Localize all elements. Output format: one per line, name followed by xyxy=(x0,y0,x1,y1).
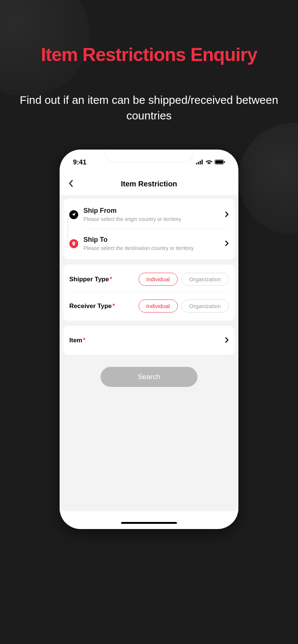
ship-from-placeholder: Please select the origin country or terr… xyxy=(83,216,225,222)
ship-from-icon xyxy=(69,210,78,219)
shipper-type-row: Shipper Type* Individual Organization xyxy=(69,266,229,293)
background-circle xyxy=(238,123,298,234)
promo-title: Item Restrictions Enquiry xyxy=(0,0,298,65)
ship-to-icon xyxy=(69,239,78,248)
ship-from-label: Ship From xyxy=(83,207,225,215)
ship-card: Ship From Please select the origin count… xyxy=(63,199,235,259)
type-card: Shipper Type* Individual Organization Re… xyxy=(63,265,235,321)
svg-rect-6 xyxy=(224,161,225,163)
svg-rect-5 xyxy=(215,160,223,164)
ship-to-placeholder: Please select the destination country or… xyxy=(83,245,225,251)
nav-title: Item Restriction xyxy=(67,180,231,188)
item-row[interactable]: Item* xyxy=(69,327,229,353)
chevron-left-icon xyxy=(69,180,73,187)
status-time: 9:41 xyxy=(73,158,86,166)
shipper-type-individual[interactable]: Individual xyxy=(139,273,178,286)
required-marker: * xyxy=(110,276,112,283)
receiver-type-individual[interactable]: Individual xyxy=(139,299,178,313)
chevron-right-icon xyxy=(225,210,229,220)
required-marker: * xyxy=(112,302,115,310)
chevron-right-icon xyxy=(225,239,229,249)
receiver-type-organization[interactable]: Organization xyxy=(181,299,229,313)
home-indicator xyxy=(121,522,177,524)
ship-to-label: Ship To xyxy=(83,236,225,244)
receiver-type-label: Receiver Type* xyxy=(69,302,115,310)
route-connector xyxy=(67,218,68,248)
search-button[interactable]: Search xyxy=(101,367,197,387)
ship-from-row[interactable]: Ship From Please select the origin count… xyxy=(69,200,229,229)
phone-frame: 9:41 Item Restriction xyxy=(60,150,238,529)
svg-rect-3 xyxy=(202,160,203,164)
ship-to-row[interactable]: Ship To Please select the destination co… xyxy=(69,229,229,258)
svg-rect-2 xyxy=(200,161,201,164)
item-card: Item* xyxy=(63,326,235,355)
promo-subtitle: Find out if an item can be shipped/recei… xyxy=(0,92,298,124)
chevron-right-icon xyxy=(225,336,229,345)
shipper-type-label: Shipper Type* xyxy=(69,276,112,283)
battery-icon xyxy=(215,158,225,166)
svg-rect-1 xyxy=(198,162,199,164)
svg-rect-0 xyxy=(196,163,197,164)
signal-icon xyxy=(196,158,203,166)
phone-notch xyxy=(105,150,193,162)
item-label: Item* xyxy=(69,337,86,344)
content-area: Ship From Please select the origin count… xyxy=(60,195,238,511)
back-button[interactable] xyxy=(69,178,73,190)
receiver-type-row: Receiver Type* Individual Organization xyxy=(69,293,229,319)
required-marker: * xyxy=(83,337,86,344)
wifi-icon xyxy=(206,158,212,166)
nav-bar: Item Restriction xyxy=(60,169,238,195)
shipper-type-organization[interactable]: Organization xyxy=(181,273,229,286)
